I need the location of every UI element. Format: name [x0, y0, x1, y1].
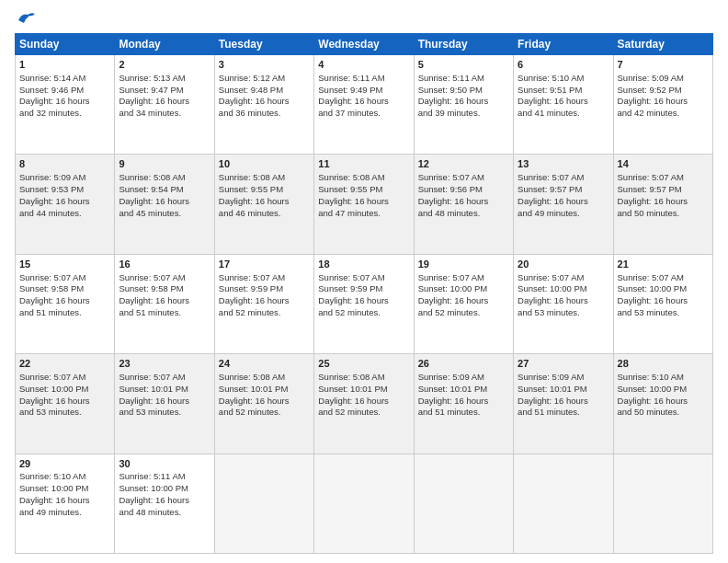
- day-info-line: Daylight: 16 hours: [219, 396, 310, 408]
- day-info-line: and 49 minutes.: [518, 208, 609, 220]
- day-info-line: Daylight: 16 hours: [618, 295, 709, 307]
- calendar-cell: 18Sunrise: 5:07 AMSunset: 9:59 PMDayligh…: [314, 254, 414, 353]
- calendar-cell: 1Sunrise: 5:14 AMSunset: 9:46 PMDaylight…: [16, 55, 115, 155]
- day-info-line: Sunset: 9:58 PM: [119, 283, 210, 295]
- day-info-line: Daylight: 16 hours: [119, 295, 210, 307]
- calendar-cell: 9Sunrise: 5:08 AMSunset: 9:54 PMDaylight…: [115, 155, 214, 254]
- day-info-line: Daylight: 16 hours: [19, 96, 110, 108]
- calendar-cell: 2Sunrise: 5:13 AMSunset: 9:47 PMDaylight…: [115, 55, 214, 155]
- day-info-line: and 48 minutes.: [418, 208, 509, 220]
- day-info-line: and 39 minutes.: [418, 108, 509, 120]
- calendar-row-3: 15Sunrise: 5:07 AMSunset: 9:58 PMDayligh…: [16, 254, 713, 353]
- day-info-line: Sunrise: 5:11 AM: [119, 471, 210, 483]
- day-header-thursday: Thursday: [414, 34, 513, 55]
- day-number: 15: [19, 258, 110, 271]
- day-info-line: Sunrise: 5:07 AM: [119, 272, 210, 284]
- day-info-line: Sunrise: 5:08 AM: [119, 172, 210, 184]
- day-info-line: Sunset: 10:00 PM: [518, 283, 609, 295]
- calendar-cell: 30Sunrise: 5:11 AMSunset: 10:00 PMDaylig…: [115, 454, 214, 553]
- calendar-row-4: 22Sunrise: 5:07 AMSunset: 10:00 PMDaylig…: [16, 354, 713, 454]
- header-row: SundayMondayTuesdayWednesdayThursdayFrid…: [16, 34, 713, 55]
- day-info-line: and 51 minutes.: [19, 307, 110, 319]
- day-info-line: Sunrise: 5:08 AM: [318, 172, 409, 184]
- day-info-line: and 47 minutes.: [318, 208, 409, 220]
- day-info-line: Sunset: 10:01 PM: [418, 384, 509, 396]
- calendar-cell: 26Sunrise: 5:09 AMSunset: 10:01 PMDaylig…: [414, 354, 513, 454]
- calendar-table: SundayMondayTuesdayWednesdayThursdayFrid…: [15, 33, 713, 554]
- day-info-line: Sunrise: 5:07 AM: [518, 272, 609, 284]
- day-info-line: Sunrise: 5:07 AM: [618, 272, 709, 284]
- day-number: 21: [618, 258, 709, 271]
- calendar-cell: [514, 454, 613, 553]
- day-info-line: and 50 minutes.: [618, 208, 709, 220]
- day-info-line: Daylight: 16 hours: [518, 196, 609, 208]
- day-info-line: Sunset: 9:49 PM: [318, 85, 409, 97]
- day-info-line: Daylight: 16 hours: [119, 495, 210, 507]
- day-info-line: Daylight: 16 hours: [518, 396, 609, 408]
- day-number: 13: [518, 157, 609, 171]
- day-info-line: and 36 minutes.: [219, 108, 310, 120]
- calendar-cell: 21Sunrise: 5:07 AMSunset: 10:00 PMDaylig…: [613, 254, 712, 353]
- calendar-cell: 19Sunrise: 5:07 AMSunset: 10:00 PMDaylig…: [414, 254, 513, 353]
- day-info-line: Sunset: 9:55 PM: [219, 184, 310, 196]
- day-info-line: Sunrise: 5:09 AM: [518, 372, 609, 384]
- day-info-line: Daylight: 16 hours: [518, 295, 609, 307]
- day-number: 14: [618, 157, 709, 171]
- day-info-line: Daylight: 16 hours: [418, 295, 509, 307]
- calendar-cell: [214, 454, 313, 553]
- day-info-line: Sunrise: 5:07 AM: [219, 272, 310, 284]
- day-info-line: Daylight: 16 hours: [19, 196, 110, 208]
- day-info-line: and 46 minutes.: [219, 208, 310, 220]
- calendar-cell: 20Sunrise: 5:07 AMSunset: 10:00 PMDaylig…: [514, 254, 613, 353]
- day-info-line: Daylight: 16 hours: [318, 396, 409, 408]
- day-info-line: Sunrise: 5:10 AM: [618, 372, 709, 384]
- calendar-cell: [314, 454, 414, 553]
- day-number: 10: [219, 157, 310, 171]
- calendar-cell: 12Sunrise: 5:07 AMSunset: 9:56 PMDayligh…: [414, 155, 513, 254]
- day-info-line: Daylight: 16 hours: [418, 196, 509, 208]
- day-info-line: Sunrise: 5:07 AM: [518, 172, 609, 184]
- day-number: 30: [119, 457, 210, 471]
- calendar-cell: 6Sunrise: 5:10 AMSunset: 9:51 PMDaylight…: [514, 55, 613, 155]
- day-info-line: Sunset: 9:57 PM: [518, 184, 609, 196]
- day-info-line: and 53 minutes.: [518, 307, 609, 319]
- day-header-friday: Friday: [514, 34, 613, 55]
- logo-bird-icon: [17, 11, 37, 26]
- calendar-cell: 23Sunrise: 5:07 AMSunset: 10:01 PMDaylig…: [115, 354, 214, 454]
- day-info-line: Sunrise: 5:09 AM: [618, 73, 709, 85]
- day-info-line: Sunrise: 5:09 AM: [19, 172, 110, 184]
- day-number: 20: [518, 258, 609, 271]
- day-info-line: Sunset: 9:59 PM: [318, 283, 409, 295]
- day-number: 26: [418, 357, 509, 371]
- day-info-line: and 52 minutes.: [318, 407, 409, 419]
- day-info-line: Sunrise: 5:11 AM: [318, 73, 409, 85]
- day-header-wednesday: Wednesday: [314, 34, 414, 55]
- day-info-line: Sunrise: 5:07 AM: [318, 272, 409, 284]
- day-info-line: and 51 minutes.: [418, 407, 509, 419]
- day-info-line: Sunset: 9:53 PM: [19, 184, 110, 196]
- day-number: 27: [518, 357, 609, 371]
- day-info-line: and 51 minutes.: [119, 307, 210, 319]
- day-number: 19: [418, 258, 509, 271]
- day-info-line: Sunrise: 5:07 AM: [418, 172, 509, 184]
- day-info-line: Daylight: 16 hours: [119, 96, 210, 108]
- day-number: 23: [119, 357, 210, 371]
- day-info-line: Sunset: 10:00 PM: [618, 384, 709, 396]
- day-number: 8: [19, 157, 110, 171]
- day-info-line: Sunset: 9:51 PM: [518, 85, 609, 97]
- day-info-line: and 51 minutes.: [518, 407, 609, 419]
- day-info-line: and 49 minutes.: [19, 507, 110, 519]
- page: SundayMondayTuesdayWednesdayThursdayFrid…: [0, 0, 728, 563]
- day-number: 2: [119, 58, 210, 72]
- day-info-line: Sunset: 10:01 PM: [119, 384, 210, 396]
- day-info-line: Sunrise: 5:12 AM: [219, 73, 310, 85]
- day-info-line: Sunset: 9:47 PM: [119, 85, 210, 97]
- day-header-saturday: Saturday: [613, 34, 712, 55]
- calendar-cell: 17Sunrise: 5:07 AMSunset: 9:59 PMDayligh…: [214, 254, 313, 353]
- day-info-line: and 48 minutes.: [119, 507, 210, 519]
- day-number: 16: [119, 258, 210, 271]
- day-info-line: and 44 minutes.: [19, 208, 110, 220]
- day-header-sunday: Sunday: [16, 34, 115, 55]
- day-info-line: Daylight: 16 hours: [618, 396, 709, 408]
- day-info-line: Sunrise: 5:07 AM: [19, 272, 110, 284]
